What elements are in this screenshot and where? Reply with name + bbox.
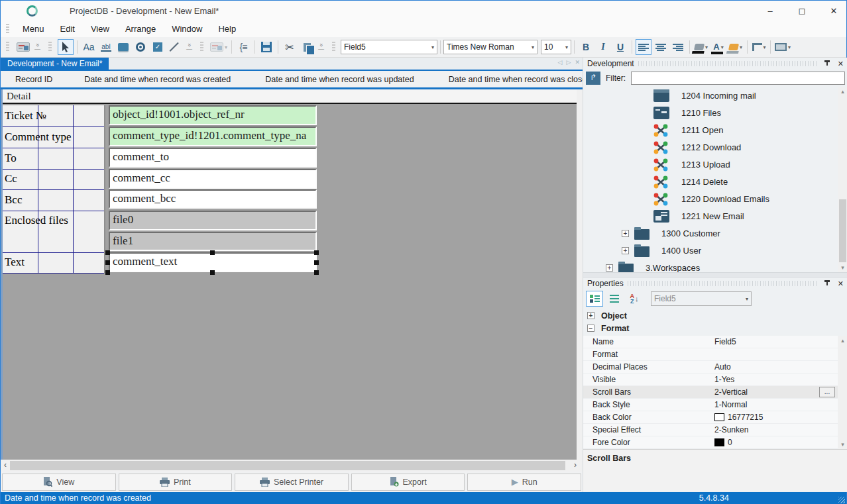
tab-scroll-right-icon[interactable]: ▷ [567, 59, 571, 66]
field-comment-to[interactable]: comment_to [109, 148, 317, 168]
scroll-left-icon[interactable]: ‹ [1, 460, 10, 472]
property-group-format[interactable]: − Format [583, 322, 847, 334]
shape-style-button[interactable]: ▾ [774, 39, 791, 55]
toolbar-overflow-icon[interactable]: »― [186, 43, 192, 51]
canvas-horizontal-scrollbar[interactable]: ‹ › [1, 460, 583, 472]
field-file1[interactable]: file1 [109, 232, 317, 251]
property-row-back-color[interactable]: Back Color16777215 [583, 411, 847, 424]
record-field-closed[interactable]: Date and time when record was closed [431, 75, 608, 84]
close-button[interactable]: ✕ [826, 6, 841, 16]
field-comment-bcc[interactable]: comment_bcc [109, 189, 317, 209]
expand-plus-icon[interactable]: + [622, 247, 629, 254]
close-pane-icon[interactable]: ✕ [838, 60, 844, 68]
label-text[interactable]: Text [5, 256, 25, 269]
property-row-special-effect[interactable]: Special Effect2-Sunken [583, 424, 847, 436]
ellipsis-button[interactable]: ... [819, 387, 835, 397]
radio-tool-button[interactable] [133, 39, 148, 55]
close-pane-icon[interactable]: ✕ [838, 279, 844, 288]
toolbar-grip[interactable] [48, 42, 52, 52]
align-center-button[interactable] [653, 39, 669, 55]
property-grid-scrollbar[interactable]: ▴ ▾ [838, 336, 847, 449]
record-field-created[interactable]: Date and time when record was created [67, 75, 248, 84]
tab-scroll-left-icon[interactable]: ◁ [558, 59, 563, 66]
tree-item-1204-incoming-mail[interactable]: 1204 Incoming mail [583, 87, 847, 104]
tab-close-icon[interactable]: ✕ [575, 59, 580, 66]
selection-handle[interactable] [105, 270, 110, 275]
pin-icon[interactable] [823, 279, 831, 287]
save-button[interactable] [258, 39, 274, 55]
font-size-combo[interactable]: 10▾ [541, 40, 571, 54]
tree-item-1220-download-emails[interactable]: 1220 Download Emails [583, 190, 847, 207]
hscroll-thumb[interactable] [10, 461, 565, 470]
detail-band-header[interactable]: Detail [3, 89, 579, 104]
menu-item-window[interactable]: Window [164, 22, 210, 36]
label-to[interactable]: To [5, 152, 17, 165]
tree-item-1213-upload[interactable]: 1213 Upload [583, 156, 847, 173]
align-left-button[interactable] [636, 39, 651, 55]
minimize-button[interactable]: – [763, 6, 777, 16]
highlight-color-button[interactable]: ▾ [728, 39, 744, 55]
field-selector-combo[interactable]: Field5▾ [341, 40, 437, 54]
print-button[interactable]: Print [119, 474, 233, 491]
canvas-vertical-scrollbar[interactable] [577, 89, 583, 460]
selection-handle[interactable] [314, 270, 319, 275]
selection-handle[interactable] [210, 250, 215, 255]
line-tool-button[interactable] [167, 39, 183, 55]
toolbar-grip[interactable] [200, 42, 203, 52]
selection-handle[interactable] [314, 260, 319, 265]
tree-item-1214-delete[interactable]: 1214 Delete [583, 173, 847, 190]
field-list-button[interactable]: {≡ [235, 39, 251, 55]
label-tool-button[interactable]: Aa [81, 39, 97, 55]
label-comment-type[interactable]: Comment type [5, 130, 72, 144]
expand-plus-icon[interactable]: + [587, 312, 594, 319]
toolbar-grip[interactable] [6, 24, 9, 34]
font-family-combo[interactable]: Times New Roman▾ [443, 40, 537, 54]
selection-handle[interactable] [314, 250, 319, 255]
toolbar-grip[interactable] [6, 42, 9, 52]
scroll-down-icon[interactable]: ▾ [838, 264, 847, 271]
menu-item-edit[interactable]: Edit [52, 22, 83, 36]
label-ticket-no[interactable]: Ticket № [5, 109, 46, 123]
tree-scroll-thumb[interactable] [839, 199, 846, 262]
expand-plus-icon[interactable]: + [606, 264, 613, 272]
property-row-decimal-places[interactable]: Decimal PlacesAuto [583, 361, 847, 374]
tab-development-new-email[interactable]: Development - New Email* [1, 58, 109, 70]
toolbar-grip[interactable] [332, 42, 335, 52]
sort-az-button[interactable]: AZ↓ [626, 291, 643, 307]
tree-item-1211-open[interactable]: 1211 Open [583, 121, 847, 138]
textbox-tool-button[interactable]: abl [98, 39, 114, 55]
object-selector-combo[interactable]: Field5▾ [651, 291, 752, 306]
underline-button[interactable]: U [612, 39, 628, 55]
selection-handle[interactable] [105, 260, 110, 265]
select-tool-button[interactable] [58, 39, 74, 55]
pin-icon[interactable] [823, 60, 831, 68]
checkbox-tool-button[interactable]: ✓ [150, 39, 166, 55]
scroll-up-icon[interactable]: ▴ [838, 337, 847, 344]
cut-button[interactable]: ✂ [282, 39, 298, 55]
scroll-right-icon[interactable]: › [571, 460, 580, 472]
property-row-format[interactable]: Format [583, 348, 847, 361]
selection-handle[interactable] [105, 250, 110, 255]
property-row-name[interactable]: NameField5 [583, 336, 847, 348]
border-style-button[interactable]: ▾ [751, 39, 767, 55]
button-tool-button[interactable] [115, 39, 131, 55]
list-view-button[interactable] [606, 291, 623, 307]
export-button[interactable]: Export [351, 474, 465, 491]
property-group-object[interactable]: + Object [583, 309, 847, 322]
property-row-scroll-bars[interactable]: Scroll Bars 2-Vertical ... ▾ [583, 386, 847, 399]
categorized-view-button[interactable] [586, 291, 603, 307]
menu-item-arrange[interactable]: Arrange [117, 22, 164, 36]
copy-button[interactable] [299, 39, 315, 55]
label-bcc[interactable]: Bcc [5, 193, 22, 207]
tree-item-1210-files[interactable]: 1210 Files [583, 104, 847, 121]
label-cc[interactable]: Cc [5, 172, 17, 185]
property-row-visible[interactable]: Visible1-Yes [583, 374, 847, 386]
toolbar-overflow-icon[interactable]: »― [34, 43, 40, 51]
select-printer-button[interactable]: Select Printer [235, 474, 349, 491]
property-row-fore-color[interactable]: Fore Color0 [583, 436, 847, 449]
view-button[interactable]: View [2, 474, 116, 491]
tree-item-1221-new-email[interactable]: 1221 New Email [583, 207, 847, 225]
menu-item-help[interactable]: Help [210, 22, 244, 36]
scroll-up-icon[interactable]: ▴ [838, 88, 847, 95]
locate-object-button[interactable]: ↱ [586, 72, 600, 85]
